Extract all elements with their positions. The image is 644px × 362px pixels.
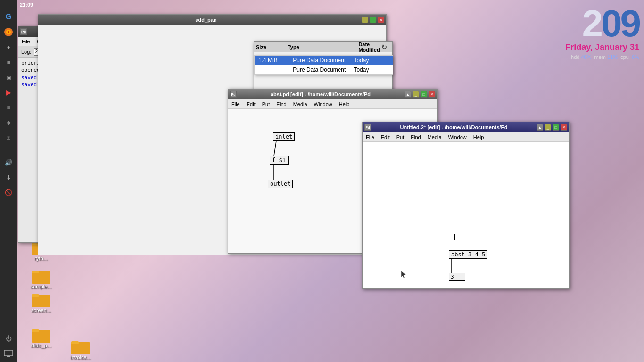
add-pan-maximize[interactable]: □ (370, 16, 376, 23)
app3-icon[interactable]: ● (2, 41, 15, 54)
fm-col-type-header: Type (288, 44, 359, 50)
folder5-label: invoice... (70, 354, 91, 360)
download-icon[interactable]: ⬇ (2, 171, 15, 184)
folder2-label: sample... (31, 284, 52, 289)
app5-icon[interactable]: ▣ (2, 71, 15, 84)
untitled-editor-controls: ▲ _ □ ✕ (537, 124, 567, 131)
untitled-maximize[interactable]: □ (553, 124, 559, 131)
volume-icon[interactable]: 🔊 (2, 156, 15, 169)
desktop: 21:09 G ● ■ ▣ ▶ ≡ ◆ ⊞ 🔊 (0, 0, 644, 362)
add-pan-minimize[interactable]: _ (362, 16, 368, 23)
untitled-close[interactable]: ✕ (561, 124, 567, 131)
untitled-menu-media[interactable]: Media (426, 134, 443, 140)
clock-sysinfo: hdd 40% mem 11% cpu 6% (565, 54, 639, 60)
fm-row1-date: Today (354, 57, 389, 64)
fm-row1-type: Pure Data Document (293, 57, 350, 64)
fm-row2-type: Pure Data Document (293, 66, 350, 73)
add-pan-close[interactable]: ✕ (378, 16, 384, 23)
app8-icon[interactable]: ◆ (2, 116, 15, 129)
untitled-menu-help[interactable]: Help (472, 134, 486, 140)
svg-rect-3 (4, 350, 13, 356)
app7-icon[interactable]: ≡ (2, 101, 15, 114)
g-icon[interactable]: G (2, 10, 15, 24)
vm-icon[interactable] (2, 347, 15, 360)
pd-abst-object[interactable]: abst 3 4 5 (449, 250, 487, 259)
fm-dropdown-row-1[interactable]: 1.4 MiB Pure Data Document Today (255, 56, 393, 65)
folder4-label: slide_p... (31, 343, 51, 348)
add-pan-title: add_pan (50, 17, 362, 23)
app4-icon[interactable]: ■ (2, 56, 15, 69)
svg-rect-14 (71, 341, 79, 344)
abst-menu-find[interactable]: Find (275, 101, 288, 107)
pd-circle-object[interactable] (454, 234, 461, 240)
pd-f-object[interactable]: f $1 (270, 156, 289, 165)
untitled-menu-put[interactable]: Put (395, 134, 406, 140)
fm-col-size-header: Size (256, 44, 288, 50)
pd-numbox-object[interactable]: 3 (449, 273, 465, 281)
svg-rect-10 (32, 294, 39, 297)
firefox-icon[interactable] (2, 25, 15, 39)
cursor-position (400, 270, 407, 280)
pd-menu-file[interactable]: File (20, 38, 32, 45)
clock-digit-9: 9 (620, 2, 640, 44)
abst-editor-title: abst.pd [edit] - /home/will/Documents/Pd (237, 91, 405, 97)
desktop-icon-folder3[interactable]: screen... (25, 291, 58, 313)
abst-maximize[interactable]: □ (421, 91, 427, 98)
taskbar-left: 21:09 G ● ■ ▣ ▶ ≡ ◆ ⊞ 🔊 (0, 0, 17, 362)
desktop-icon-folder5[interactable]: invoice... (64, 338, 97, 360)
fm-dropdown: 1.4 MiB Pure Data Document Today Pure Da… (254, 55, 393, 75)
clock-digit-0: 0 (601, 2, 620, 44)
abst-editor-menubar: File Edit Put Find Media Window Help (228, 99, 437, 109)
untitled-editor-menubar: File Edit Put Find Media Window Help (363, 132, 569, 142)
fm-dropdown-row-2[interactable]: Pure Data Document Today (255, 65, 393, 74)
svg-rect-8 (32, 271, 39, 273)
app9-icon[interactable]: ⊞ (2, 131, 15, 144)
fm-col-date-header: Date Modified (358, 41, 380, 53)
untitled-menu-find[interactable]: Find (409, 134, 422, 140)
abst-menu-window[interactable]: Window (313, 101, 334, 107)
abst-menu-edit[interactable]: Edit (245, 101, 257, 107)
power-icon[interactable]: ⏻ (2, 332, 15, 345)
untitled-menu-file[interactable]: File (364, 134, 376, 140)
abst-menu-file[interactable]: File (230, 101, 241, 107)
untitled-up[interactable]: ▲ (537, 124, 543, 131)
untitled-editor-window: Pd Untitled-2* [edit] - /home/will/Docum… (362, 122, 570, 289)
log-label: Log: (21, 49, 31, 55)
abst-editor-titlebar[interactable]: Pd abst.pd [edit] - /home/will/Documents… (228, 89, 437, 99)
desktop-icon-folder4[interactable]: slide_p... (25, 327, 58, 348)
abst-close[interactable]: ✕ (429, 91, 435, 98)
fm-refresh-button[interactable]: ↻ (380, 42, 388, 52)
abst-editor-controls: ▲ _ □ ✕ (405, 91, 435, 98)
folder3-label: screen... (31, 307, 51, 313)
abst-minimize[interactable]: _ (413, 91, 419, 98)
desktop-icon-folder2[interactable]: sample... (25, 268, 58, 289)
abst-up[interactable]: ▲ (405, 91, 411, 98)
untitled-patch-canvas[interactable]: abst 3 4 5 3 (363, 142, 569, 288)
svg-point-2 (8, 31, 9, 33)
fm-row1-size: 1.4 MiB (258, 57, 289, 64)
clock-widget: 209 Friday, January 31 hdd 40% mem 11% c… (565, 5, 639, 60)
folder1-label: ryth... (34, 255, 48, 261)
add-pan-titlebar[interactable]: add_pan _ □ ✕ (38, 15, 386, 25)
time-display: 21:09 (20, 2, 33, 8)
untitled-minimize[interactable]: _ (545, 124, 551, 131)
clock-digit-2: 2 (582, 2, 602, 44)
svg-rect-4 (7, 356, 10, 357)
abst-menu-media[interactable]: Media (292, 101, 309, 107)
untitled-menu-window[interactable]: Window (447, 134, 468, 140)
fm-row2-date: Today (354, 66, 389, 73)
svg-line-15 (274, 141, 276, 156)
untitled-editor-title: Untitled-2* [edit] - /home/will/Document… (371, 124, 537, 130)
svg-rect-12 (32, 329, 39, 332)
untitled-editor-titlebar[interactable]: Pd Untitled-2* [edit] - /home/will/Docum… (363, 122, 569, 132)
untitled-wires-svg (363, 142, 569, 288)
fm-column-headers: Size Type Date Modified ↻ (254, 42, 392, 52)
untitled-menu-edit[interactable]: Edit (380, 134, 391, 140)
abst-menu-put[interactable]: Put (261, 101, 272, 107)
pd-outlet-object[interactable]: outlet (268, 180, 293, 188)
abst-menu-help[interactable]: Help (338, 101, 351, 107)
app6-icon[interactable]: ▶ (2, 86, 15, 99)
blocked-icon[interactable]: 🚫 (2, 186, 15, 199)
pd-inlet-object[interactable]: inlet (273, 132, 295, 141)
clock-day-label: Friday, January 31 (565, 42, 639, 52)
